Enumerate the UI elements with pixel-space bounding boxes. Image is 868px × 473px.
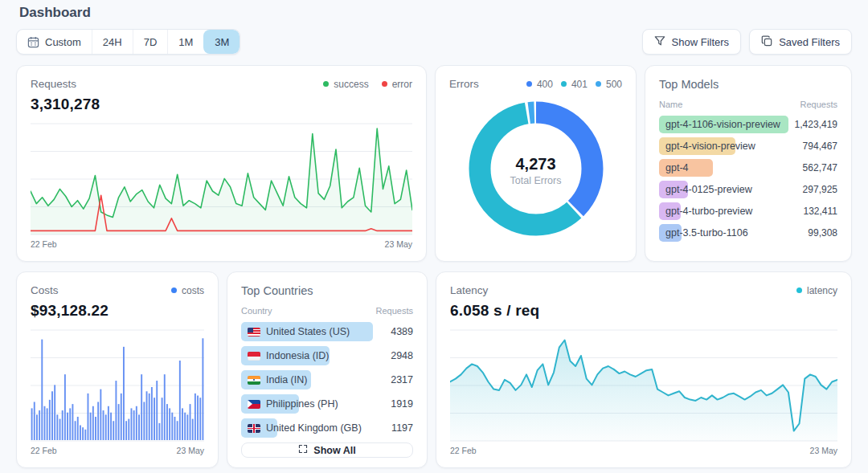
legend-item-401: 401 xyxy=(561,79,588,90)
col-requests-label: Requests xyxy=(800,100,837,109)
x-axis-end-label: 23 May xyxy=(177,446,204,455)
model-name: gpt-4 xyxy=(665,159,689,177)
x-axis-end-label: 23 May xyxy=(385,239,412,249)
latency-area-chart[interactable] xyxy=(450,329,837,442)
funnel-icon xyxy=(654,35,665,49)
country-requests: 4389 xyxy=(391,326,413,337)
time-range-3m[interactable]: 3M xyxy=(203,30,240,54)
time-range-7d[interactable]: 7D xyxy=(133,30,168,54)
legend-dot xyxy=(561,81,567,87)
time-range-label: Custom xyxy=(45,36,81,48)
model-row[interactable]: gpt-4 562,747 xyxy=(659,159,837,177)
top-models-card: Top Models Name Requests gpt-4-1106-visi… xyxy=(645,65,852,262)
col-country-label: Country xyxy=(241,306,272,316)
show-filters-label: Show Filters xyxy=(672,36,730,48)
toolbar: Custom24H7D1M3M Show Filters Saved Filte… xyxy=(16,29,852,55)
model-name-cell: gpt-3.5-turbo-1106 xyxy=(659,224,801,242)
flag-gb-icon xyxy=(248,424,260,433)
model-row[interactable]: gpt-4-0125-preview 297,925 xyxy=(659,181,837,198)
top-countries-rows: United States (US) 4389 Indonesia (ID) 2… xyxy=(241,322,413,442)
legend-dot xyxy=(382,81,387,87)
model-requests: 132,411 xyxy=(804,206,838,217)
time-range-label: 7D xyxy=(144,36,158,48)
col-name-label: Name xyxy=(659,100,682,109)
country-name-cell: United States (US) xyxy=(241,322,384,341)
errors-total-value: 4,273 xyxy=(510,155,562,173)
model-name: gpt-3.5-turbo-1106 xyxy=(665,224,748,242)
top-models-title: Top Models xyxy=(659,78,719,91)
requests-x-axis: 22 Feb 23 May xyxy=(31,239,412,249)
x-axis-end-label: 23 May xyxy=(810,446,837,455)
country-name-cell: India (IN) xyxy=(241,370,384,389)
model-row[interactable]: gpt-4-1106-vision-preview 1,423,419 xyxy=(659,116,837,133)
time-range-1m[interactable]: 1M xyxy=(167,30,203,54)
model-row[interactable]: gpt-3.5-turbo-1106 99,308 xyxy=(659,224,837,242)
costs-bar-chart[interactable] xyxy=(31,329,204,442)
latency-x-axis: 22 Feb 23 May xyxy=(450,446,837,455)
latency-legend: latency xyxy=(796,285,837,296)
costs-card: Costs costs $93,128.22 22 Feb 23 May xyxy=(16,271,219,468)
errors-donut-center: 4,273 Total Errors xyxy=(510,155,562,186)
toolbar-filter-buttons: Show Filters Saved Filters xyxy=(642,29,852,55)
calendar-icon xyxy=(27,36,39,48)
latency-card-title: Latency xyxy=(450,284,488,296)
time-range-24h[interactable]: 24H xyxy=(92,30,133,54)
col-requests-label: Requests xyxy=(376,306,413,316)
errors-legend: 400401500 xyxy=(526,79,622,90)
model-name: gpt-4-1106-vision-preview xyxy=(665,116,780,133)
model-row[interactable]: gpt-4-turbo-preview 132,411 xyxy=(659,202,837,220)
legend-dot xyxy=(796,287,802,293)
time-range-custom[interactable]: Custom xyxy=(17,30,92,54)
page-title: Dashboard xyxy=(19,5,849,21)
legend-dot xyxy=(596,81,601,87)
model-name-cell: gpt-4-vision-preview xyxy=(659,137,796,155)
expand-icon xyxy=(298,444,308,456)
country-requests: 2948 xyxy=(391,350,413,361)
errors-donut-wrap: 4,273 Total Errors xyxy=(449,92,622,249)
saved-filters-icon xyxy=(761,35,772,49)
model-name: gpt-4-turbo-preview xyxy=(665,202,752,220)
show-all-button[interactable]: Show All xyxy=(241,442,413,458)
time-range-selector: Custom24H7D1M3M xyxy=(16,29,240,55)
saved-filters-button[interactable]: Saved Filters xyxy=(749,29,852,55)
cards-row-2: Costs costs $93,128.22 22 Feb 23 May Top… xyxy=(16,271,852,468)
country-name-cell: Philippines (PH) xyxy=(241,394,384,414)
legend-item-success: success xyxy=(323,79,368,90)
country-label: Philippines (PH) xyxy=(248,394,338,414)
country-row[interactable]: United Kingdom (GB) 1197 xyxy=(241,418,413,438)
flag-us-icon xyxy=(248,328,260,336)
legend-item-500: 500 xyxy=(596,79,622,90)
country-row[interactable]: Indonesia (ID) 2948 xyxy=(241,346,413,365)
requests-total-value: 3,310,278 xyxy=(31,96,412,113)
country-row[interactable]: Philippines (PH) 1919 xyxy=(241,394,413,414)
country-row[interactable]: United States (US) 4389 xyxy=(241,322,413,341)
legend-dot xyxy=(323,81,329,87)
model-requests: 794,467 xyxy=(803,141,837,152)
legend-item-costs: costs xyxy=(171,285,204,296)
top-models-rows: gpt-4-1106-vision-preview 1,423,419 gpt-… xyxy=(659,116,837,246)
x-axis-start-label: 22 Feb xyxy=(31,239,57,249)
legend-dot xyxy=(171,287,177,293)
legend-item-latency: latency xyxy=(796,285,837,296)
flag-ph-icon xyxy=(248,400,260,409)
country-name-cell: United Kingdom (GB) xyxy=(241,418,385,438)
errors-card: Errors 400401500 4,273 Total Errors xyxy=(435,65,637,262)
country-requests: 1197 xyxy=(391,422,413,434)
country-label: India (IN) xyxy=(248,370,307,389)
top-models-header: Name Requests xyxy=(659,100,837,109)
model-name: gpt-4-vision-preview xyxy=(665,137,755,155)
model-requests: 297,925 xyxy=(803,184,837,195)
errors-total-label: Total Errors xyxy=(510,175,562,186)
country-requests: 2317 xyxy=(391,374,413,385)
costs-card-title: Costs xyxy=(31,284,59,296)
saved-filters-label: Saved Filters xyxy=(779,36,840,48)
model-requests: 562,747 xyxy=(803,162,837,173)
top-countries-header: Country Requests xyxy=(241,306,413,316)
country-row[interactable]: India (IN) 2317 xyxy=(241,370,413,389)
model-row[interactable]: gpt-4-vision-preview 794,467 xyxy=(659,137,837,155)
requests-line-chart[interactable] xyxy=(31,123,412,235)
top-countries-title: Top Countries xyxy=(241,284,313,297)
show-filters-button[interactable]: Show Filters xyxy=(642,29,742,55)
top-countries-card: Top Countries Country Requests United St… xyxy=(227,271,428,468)
country-requests: 1919 xyxy=(391,398,413,410)
